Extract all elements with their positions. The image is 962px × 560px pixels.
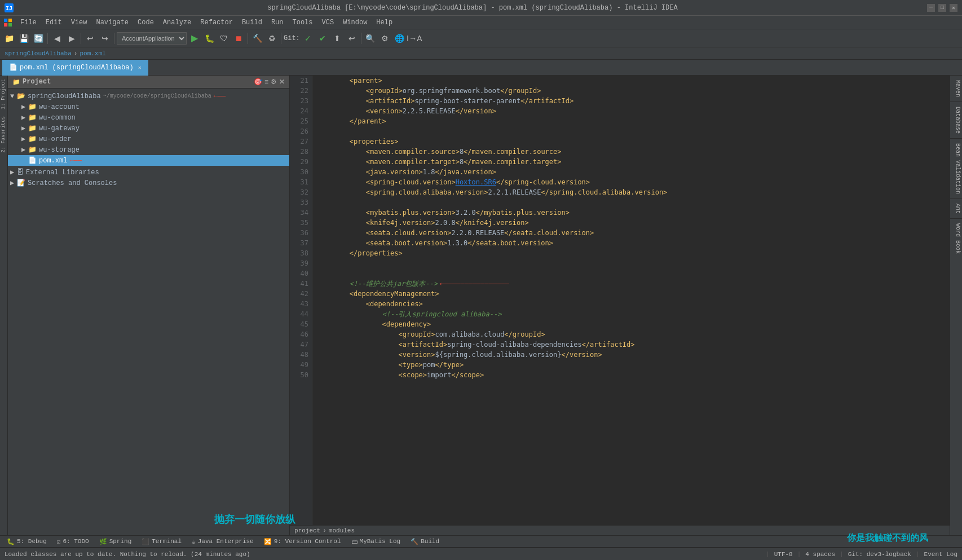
code-line-31: <spring-cloud.version>Hoxton.SR6</spring… bbox=[317, 177, 945, 187]
minimize-btn[interactable]: ─ bbox=[927, 4, 935, 12]
menu-window[interactable]: Window bbox=[338, 17, 372, 28]
line-36: 36 bbox=[290, 228, 312, 238]
right-tab-maven[interactable]: Maven bbox=[950, 76, 962, 102]
wu-order-icon: 📁 bbox=[28, 135, 37, 143]
tree-item-wu-gateway[interactable]: ▶ 📁 wu-gateway bbox=[8, 123, 289, 134]
nav-project-root[interactable]: springCloudAlibaba bbox=[5, 50, 72, 57]
menu-navigate[interactable]: Navigate bbox=[91, 17, 133, 28]
git-check2[interactable]: ✔ bbox=[316, 32, 329, 45]
translate-btn2[interactable]: Ⅰ→A bbox=[408, 32, 421, 45]
wu-account-icon: 📁 bbox=[28, 103, 37, 111]
bottom-tab-mybatis[interactable]: 🗃 MyBatis Log bbox=[347, 537, 405, 546]
tree-item-wu-account[interactable]: ▶ 📁 wu-account bbox=[8, 102, 289, 112]
build-icon: 🔨 bbox=[411, 538, 418, 545]
tree-item-wu-common[interactable]: ▶ 📁 wu-common bbox=[8, 112, 289, 123]
right-tab-word-book[interactable]: Word Book bbox=[950, 219, 962, 258]
toolbar-back[interactable]: ◀ bbox=[50, 32, 64, 45]
settings-btn[interactable]: ⚙ bbox=[378, 32, 392, 45]
vtab-favorites[interactable]: 2: Favorites bbox=[0, 113, 7, 156]
vtab-project[interactable]: 1: Project bbox=[0, 76, 7, 113]
scratches-label: Scratches and Consoles bbox=[28, 179, 117, 187]
bottom-tab-terminal[interactable]: ⬛ Terminal bbox=[137, 537, 186, 546]
system-menu-icon[interactable] bbox=[2, 17, 14, 28]
toolbar-sync[interactable]: 🔄 bbox=[32, 32, 45, 45]
bottom-tab-java-enterprise[interactable]: ☕ Java Enterprise bbox=[187, 537, 258, 546]
status-event-log[interactable]: Event Log bbox=[924, 551, 957, 558]
toolbar-open-file[interactable]: 📁 bbox=[2, 32, 16, 45]
code-line-22: <groupId>org.springframework.boot</group… bbox=[317, 86, 945, 96]
menu-edit[interactable]: Edit bbox=[41, 17, 67, 28]
bottom-tab-debug[interactable]: 🐛 5: Debug bbox=[2, 537, 51, 546]
line-28: 28 bbox=[290, 147, 312, 157]
git-pull[interactable]: ↩ bbox=[345, 32, 359, 45]
menu-vcs[interactable]: VCS bbox=[317, 17, 339, 28]
status-branch[interactable]: Git: dev3-logback bbox=[848, 551, 911, 558]
menu-run[interactable]: Run bbox=[267, 17, 288, 28]
panel-locate-btn[interactable]: 🎯 bbox=[254, 78, 262, 86]
code-line-35: <knife4j.version>2.0.8</knife4j.version> bbox=[317, 218, 945, 228]
svg-text:IJ: IJ bbox=[6, 6, 12, 12]
tree-item-wu-order[interactable]: ▶ 📁 wu-order bbox=[8, 134, 289, 144]
run-config-dropdown[interactable]: AccountAppliaction bbox=[117, 32, 187, 45]
code-area[interactable]: <parent> <groupId>org.springframework.bo… bbox=[312, 76, 950, 525]
bottom-tab-todo[interactable]: ☑ 6: TODO bbox=[52, 537, 94, 546]
panel-close-btn[interactable]: ✕ bbox=[279, 78, 285, 86]
line-37: 37 bbox=[290, 238, 312, 248]
code-line-50: <scope>import</scope> bbox=[317, 370, 945, 380]
tree-item-pom-xml[interactable]: 📄 pom.xml ←—— bbox=[8, 155, 289, 166]
menu-tools[interactable]: Tools bbox=[288, 17, 317, 28]
translate-btn[interactable]: 🌐 bbox=[393, 32, 407, 45]
nav-pom[interactable]: pom.xml bbox=[80, 50, 105, 57]
panel-expand-btn[interactable]: ≡ bbox=[264, 78, 268, 86]
code-line-36: <seata.cloud.version>2.2.0.RELEASE</seat… bbox=[317, 228, 945, 238]
git-label: Git: bbox=[284, 34, 300, 42]
status-encoding[interactable]: UTF-8 bbox=[774, 551, 793, 558]
wu-common-arrow: ▶ bbox=[21, 113, 28, 122]
menu-help[interactable]: Help bbox=[372, 17, 397, 28]
toolbar-undo[interactable]: ↩ bbox=[83, 32, 97, 45]
line-40: 40 bbox=[290, 268, 312, 279]
line-48: 48 bbox=[290, 350, 312, 360]
code-line-25: </parent> bbox=[317, 116, 945, 126]
search-everywhere[interactable]: 🔍 bbox=[364, 32, 377, 45]
bottom-tab-spring[interactable]: 🌿 Spring bbox=[95, 537, 136, 546]
tab-pom-xml[interactable]: 📄 pom.xml (springCloudAlibaba) ✕ bbox=[2, 60, 148, 76]
menu-build[interactable]: Build bbox=[237, 17, 267, 28]
rebuild-btn[interactable]: ♻ bbox=[265, 32, 279, 45]
close-btn[interactable]: ✕ bbox=[950, 4, 957, 12]
toolbar-save[interactable]: 💾 bbox=[17, 32, 30, 45]
right-tab-ant[interactable]: Ant bbox=[950, 199, 962, 219]
toolbar-forward[interactable]: ▶ bbox=[65, 32, 78, 45]
tree-item-root[interactable]: ▼ 📂 springCloudAlibaba ~/mycode/code/spr… bbox=[8, 91, 289, 102]
run-btn[interactable]: ▶ bbox=[188, 32, 201, 45]
menu-file[interactable]: File bbox=[16, 17, 41, 28]
run-with-coverage-btn[interactable]: 🛡 bbox=[217, 32, 231, 45]
status-indent[interactable]: 4 spaces bbox=[805, 551, 835, 558]
stop-btn[interactable]: ⏹ bbox=[232, 32, 245, 45]
code-line-42: <dependencyManagement> bbox=[317, 289, 945, 299]
svg-rect-3 bbox=[8, 19, 12, 22]
git-check[interactable]: ✓ bbox=[301, 32, 315, 45]
code-line-48: <version>${spring.cloud.alibaba.version}… bbox=[317, 350, 945, 360]
panel-settings-btn[interactable]: ⚙ bbox=[271, 78, 277, 86]
tab-close-icon[interactable]: ✕ bbox=[138, 64, 142, 71]
bottom-tab-version-control[interactable]: 🔀 9: Version Control bbox=[259, 537, 346, 546]
scratches-icon: 📝 bbox=[17, 179, 25, 187]
menu-view[interactable]: View bbox=[67, 17, 92, 28]
right-tab-bean-validation[interactable]: Bean Validation bbox=[950, 139, 962, 199]
bottom-tab-build[interactable]: 🔨 Build bbox=[406, 537, 444, 546]
tree-item-wu-storage[interactable]: ▶ 📁 wu-storage bbox=[8, 144, 289, 155]
bottom-breadcrumb-project: project bbox=[294, 527, 320, 534]
debug-btn[interactable]: 🐛 bbox=[202, 32, 216, 45]
svg-rect-5 bbox=[8, 23, 12, 26]
toolbar-redo[interactable]: ↪ bbox=[98, 32, 112, 45]
menu-code[interactable]: Code bbox=[133, 17, 158, 28]
tree-item-external-libs[interactable]: ▶ 🗄 External Libraries bbox=[8, 167, 289, 178]
tree-item-scratches[interactable]: ▶ 📝 Scratches and Consoles bbox=[8, 178, 289, 188]
build-project-btn[interactable]: 🔨 bbox=[250, 32, 264, 45]
git-push[interactable]: ⬆ bbox=[330, 32, 344, 45]
menu-analyze[interactable]: Analyze bbox=[158, 17, 196, 28]
right-tab-database[interactable]: Database bbox=[950, 102, 962, 139]
maximize-btn[interactable]: □ bbox=[938, 4, 946, 12]
menu-refactor[interactable]: Refactor bbox=[196, 17, 237, 28]
